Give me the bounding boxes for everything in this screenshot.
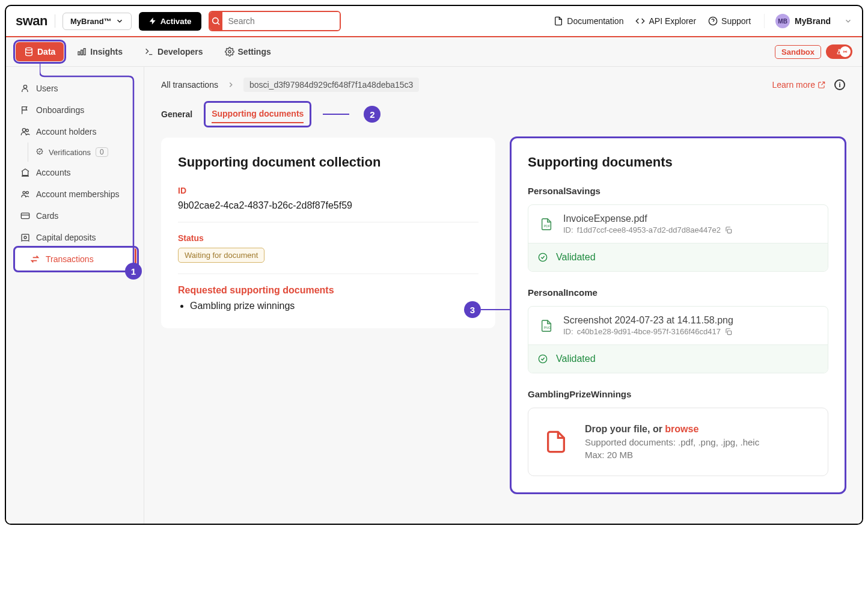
svg-point-15 <box>26 191 28 194</box>
tab-supporting-documents[interactable]: Supporting documents <box>212 105 304 123</box>
svg-point-14 <box>23 191 25 194</box>
id-label: ID <box>178 186 478 195</box>
profile-name: MyBrand <box>795 16 831 26</box>
id-value: 9b02cae2-4ca2-4837-b26c-2d8f87fe5f59 <box>178 200 478 211</box>
terminal-icon <box>144 47 154 57</box>
search-input-wrap[interactable] <box>209 11 341 31</box>
svg-point-4 <box>26 47 32 50</box>
sidebar-item-onboardings[interactable]: Onboardings <box>6 99 144 121</box>
requested-item: Gambling prize winnings <box>190 301 478 311</box>
avatar: MB <box>775 14 790 28</box>
flag-icon <box>20 105 30 115</box>
transfer-icon <box>30 254 40 264</box>
svg-point-0 <box>213 18 218 23</box>
team-icon <box>20 189 30 199</box>
svg-point-10 <box>845 51 846 52</box>
brand-selector[interactable]: MyBrand™ <box>63 13 132 30</box>
status-badge: Waiting for document <box>178 248 264 263</box>
users-icon <box>20 127 30 136</box>
svg-point-13 <box>26 129 28 132</box>
broadcast-icon <box>842 49 848 55</box>
svg-rect-5 <box>78 52 80 55</box>
chevron-down-icon <box>115 17 124 25</box>
activate-label: Activate <box>160 17 192 26</box>
status-label: Status <box>178 233 478 243</box>
safe-icon <box>20 233 30 242</box>
toggle-knob <box>840 46 851 57</box>
browse-link[interactable]: browse <box>665 424 698 434</box>
help-icon <box>708 16 718 26</box>
documents-title: Supporting documents <box>528 155 828 170</box>
sidebar-item-cards[interactable]: Cards <box>6 205 144 227</box>
chart-icon <box>77 47 87 57</box>
bolt-icon <box>148 17 157 25</box>
svg-line-1 <box>218 23 219 25</box>
info-icon[interactable]: i <box>834 79 845 90</box>
tab-supporting-highlight: Supporting documents <box>207 104 308 124</box>
breadcrumb-root[interactable]: All transactions <box>161 80 218 90</box>
doc-filename: InvoiceExpense.pdf <box>563 213 733 224</box>
sandbox-badge: Sandbox <box>775 45 821 59</box>
sidebar-item-verifications[interactable]: Verifications 0 <box>28 142 144 162</box>
callout-1: 1 <box>125 263 142 280</box>
svg-point-27 <box>539 355 546 363</box>
documents-card: Supporting documents PersonalSavings PDF… <box>511 138 845 493</box>
file-icon <box>554 16 563 26</box>
requested-label: Requested supporting documents <box>178 285 478 296</box>
profile-menu[interactable]: MB MyBrand <box>764 14 852 28</box>
svg-rect-23 <box>727 229 731 233</box>
nav-tab-settings[interactable]: Settings <box>216 42 280 61</box>
activate-button[interactable]: Activate <box>139 12 201 31</box>
section-personal-savings: PersonalSavings <box>528 186 828 196</box>
gear-icon <box>225 47 234 57</box>
verifications-count: 0 <box>96 147 108 157</box>
callout-2: 2 <box>364 106 381 123</box>
doc-status: Validated <box>528 243 828 271</box>
nav-tab-data[interactable]: Data <box>16 42 64 61</box>
nav-tab-developers[interactable]: Developers <box>136 42 211 61</box>
user-icon <box>20 84 30 93</box>
api-explorer-link[interactable]: API Explorer <box>633 14 698 28</box>
learn-more-link[interactable]: Learn more <box>772 80 826 90</box>
copy-icon[interactable] <box>724 226 733 234</box>
svg-rect-18 <box>22 234 29 241</box>
svg-rect-6 <box>81 50 83 55</box>
card-icon <box>20 211 30 221</box>
sidebar-item-capital[interactable]: Capital deposits <box>6 227 144 248</box>
badge-check-icon <box>35 148 44 156</box>
svg-point-9 <box>228 50 231 53</box>
collection-card: Supporting document collection ID 9b02ca… <box>161 138 495 328</box>
svg-rect-26 <box>727 331 731 334</box>
doc-filename: Screenshot 2024-07-23 at 14.11.58.png <box>563 315 733 326</box>
copy-icon[interactable] <box>724 328 733 336</box>
brand-name: MyBrand™ <box>70 17 112 26</box>
callout-3: 3 <box>464 301 481 318</box>
doc-status: Validated <box>528 344 828 373</box>
svg-point-19 <box>24 236 26 239</box>
dropzone-max: Max: 20 MB <box>585 450 759 460</box>
sidebar-item-memberships[interactable]: Account memberships <box>6 183 144 205</box>
check-circle-icon <box>538 354 548 364</box>
nav-tab-insights[interactable]: Insights <box>69 42 131 61</box>
upload-dropzone[interactable]: Drop your file, or browse Supported docu… <box>528 408 828 476</box>
logo: swan <box>16 13 47 29</box>
support-link[interactable]: Support <box>706 14 753 28</box>
search-icon <box>211 16 221 26</box>
sidebar-item-accounts[interactable]: Accounts <box>6 162 144 183</box>
sidebar-item-account-holders[interactable]: Account holders <box>6 121 144 142</box>
env-toggle[interactable] <box>826 44 852 59</box>
section-personal-income: PersonalIncome <box>528 287 828 298</box>
collection-title: Supporting document collection <box>178 155 478 170</box>
sidebar-item-users[interactable]: Users <box>6 78 144 99</box>
file-outline-icon <box>544 428 568 456</box>
search-icon-box <box>210 12 222 30</box>
tab-general[interactable]: General <box>161 106 192 123</box>
documentation-link[interactable]: Documentation <box>551 14 626 28</box>
breadcrumb-id: bosci_d3f97984d929cf648f7f1a48deba15c3 <box>243 78 419 92</box>
svg-text:PNG: PNG <box>543 325 551 329</box>
chevron-down-icon <box>844 17 852 25</box>
svg-rect-16 <box>21 213 29 218</box>
search-input[interactable] <box>222 12 340 30</box>
svg-rect-7 <box>84 49 86 55</box>
doc-id: f1dd7ccf-cee8-4953-a7d2-dd7d8ae447e2 <box>577 225 721 234</box>
